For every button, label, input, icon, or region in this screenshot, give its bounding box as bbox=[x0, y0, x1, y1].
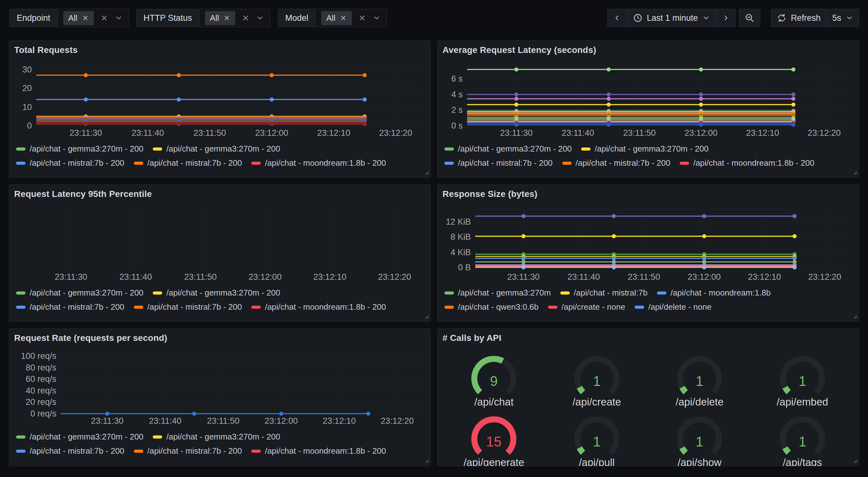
clock-icon bbox=[633, 13, 643, 23]
panel-title[interactable]: Response Size (bytes) bbox=[442, 189, 854, 199]
gauge-label: /api/chat bbox=[474, 396, 514, 408]
filter-endpoint-chip[interactable]: All bbox=[63, 11, 94, 25]
legend-item[interactable]: /api/chat - mistral:7b - 200 bbox=[134, 446, 242, 456]
legend-item[interactable]: /api/chat - moondream:1.8b bbox=[657, 288, 771, 298]
svg-text:23:11:50: 23:11:50 bbox=[193, 128, 226, 138]
chart-legend: /api/chat - gemma3:270m - 200/api/chat -… bbox=[14, 288, 426, 312]
svg-text:2 s: 2 s bbox=[451, 105, 463, 115]
svg-text:23:11:50: 23:11:50 bbox=[184, 272, 217, 282]
panel-title[interactable]: Request Rate (requests per second) bbox=[14, 333, 426, 343]
time-range-label: Last 1 minute bbox=[647, 13, 698, 23]
filter-http-status-chip[interactable]: All bbox=[205, 11, 236, 25]
chevron-down-icon[interactable] bbox=[115, 14, 123, 22]
legend-item[interactable]: /api/chat - gemma3:270m - 200 bbox=[153, 144, 280, 154]
legend-item[interactable]: /api/delete - none bbox=[634, 302, 711, 312]
panel-resize-handle-icon[interactable] bbox=[424, 170, 429, 176]
legend-item[interactable]: /api/chat - mistral:7b - 200 bbox=[134, 302, 242, 312]
average-request-latency-chart[interactable]: 23:11:3023:11:4023:11:5023:12:0023:12:10… bbox=[442, 60, 854, 140]
svg-text:23:11:30: 23:11:30 bbox=[500, 128, 533, 138]
refresh-icon bbox=[777, 13, 786, 23]
request-rate-chart[interactable]: 23:11:3023:11:4023:11:5023:12:0023:12:10… bbox=[14, 348, 426, 427]
clear-selection-icon[interactable] bbox=[242, 14, 250, 22]
request-latency-p95-chart[interactable]: 23:11:3023:11:4023:11:5023:12:0023:12:10… bbox=[14, 204, 426, 284]
legend-item[interactable]: /api/chat - gemma3:270m - 200 bbox=[16, 144, 143, 154]
filter-model-value[interactable]: All bbox=[316, 9, 386, 27]
time-shift-forward-button[interactable] bbox=[716, 9, 735, 27]
legend-item[interactable]: /api/chat - moondream:1.8b - 200 bbox=[251, 158, 386, 168]
legend-label: /api/chat - gemma3:270m - 200 bbox=[166, 144, 280, 154]
panel-resize-handle-icon[interactable] bbox=[852, 458, 857, 465]
clear-selection-icon[interactable] bbox=[358, 14, 366, 22]
legend-swatch bbox=[251, 161, 261, 165]
refresh-button[interactable]: Refresh bbox=[771, 9, 827, 27]
response-size-chart[interactable]: 23:11:3023:11:4023:11:5023:12:0023:12:10… bbox=[442, 204, 854, 284]
legend-swatch bbox=[16, 147, 26, 151]
chart-legend: /api/chat - gemma3:270m - 200/api/chat -… bbox=[14, 144, 426, 168]
legend-item[interactable]: /api/chat - mistral:7b bbox=[560, 288, 648, 298]
panel-average-request-latency: Average Request Latency (seconds) 23:11:… bbox=[437, 40, 859, 178]
panel-title[interactable]: Average Request Latency (seconds) bbox=[442, 45, 854, 55]
panel-resize-handle-icon[interactable] bbox=[852, 314, 857, 320]
legend-item[interactable]: /api/chat - gemma3:270m - 200 bbox=[16, 288, 143, 298]
gauge-label: /api/pull bbox=[579, 456, 615, 466]
svg-text:12 KiB: 12 KiB bbox=[446, 217, 471, 227]
filter-http-status: HTTP Status All bbox=[136, 9, 271, 27]
legend-item[interactable]: /api/chat - mistral:7b - 200 bbox=[16, 158, 124, 168]
gauge-arc: 1 bbox=[775, 353, 830, 396]
legend-label: /api/delete - none bbox=[648, 302, 711, 312]
svg-text:0: 0 bbox=[27, 121, 32, 130]
svg-text:30: 30 bbox=[22, 65, 32, 74]
svg-text:23:11:30: 23:11:30 bbox=[70, 128, 102, 138]
panel-resize-handle-icon[interactable] bbox=[424, 458, 429, 465]
legend-item[interactable]: /api/chat - mistral:7b - 200 bbox=[562, 158, 671, 168]
time-shift-back-button[interactable] bbox=[608, 9, 627, 27]
legend-label: /api/chat - gemma3:270m - 200 bbox=[30, 288, 143, 298]
panel-resize-handle-icon[interactable] bbox=[424, 314, 429, 320]
legend-swatch bbox=[16, 436, 26, 439]
time-picker-button[interactable]: Last 1 minute bbox=[627, 9, 716, 27]
legend-item[interactable]: /api/chat - gemma3:270m bbox=[444, 288, 551, 298]
legend-item[interactable]: /api/chat - moondream:1.8b - 200 bbox=[251, 302, 386, 312]
legend-item[interactable]: /api/chat - gemma3:270m - 200 bbox=[153, 288, 280, 298]
legend-item[interactable]: /api/chat - qwen3:0.6b bbox=[444, 302, 538, 312]
filter-endpoint-value[interactable]: All bbox=[58, 9, 128, 27]
legend-item[interactable]: /api/chat - gemma3:270m - 200 bbox=[16, 432, 143, 442]
legend-item[interactable]: /api/chat - moondream:1.8b - 200 bbox=[680, 158, 814, 168]
panel-total-requests: Total Requests 23:11:3023:11:4023:11:502… bbox=[9, 40, 431, 178]
legend-item[interactable]: /api/create - none bbox=[548, 302, 625, 312]
legend-item[interactable]: /api/chat - gemma3:270m - 200 bbox=[581, 144, 708, 154]
close-icon[interactable] bbox=[223, 14, 230, 22]
svg-text:23:12:20: 23:12:20 bbox=[381, 416, 414, 426]
chevron-down-icon[interactable] bbox=[373, 14, 381, 22]
legend-item[interactable]: /api/chat - mistral:7b - 200 bbox=[444, 158, 553, 168]
zoom-out-time-button[interactable] bbox=[739, 9, 760, 27]
panel-request-rate: Request Rate (requests per second) 23:11… bbox=[9, 328, 431, 466]
clear-selection-icon[interactable] bbox=[100, 14, 108, 22]
filter-model-chip[interactable]: All bbox=[321, 11, 352, 25]
panel-title[interactable]: Request Latency 95th Percentile bbox=[14, 189, 426, 199]
close-icon[interactable] bbox=[340, 14, 347, 22]
gauge-label: /api/create bbox=[572, 396, 621, 408]
legend-item[interactable]: /api/chat - mistral:7b - 200 bbox=[16, 302, 124, 312]
panel-title[interactable]: # Calls by API bbox=[442, 333, 854, 343]
legend-item[interactable]: /api/chat - gemma3:270m - 200 bbox=[153, 432, 280, 442]
legend-row: /api/chat - gemma3:270m - 200/api/chat -… bbox=[444, 144, 854, 154]
panel-resize-handle-icon[interactable] bbox=[852, 170, 857, 176]
chevron-down-icon[interactable] bbox=[256, 14, 264, 22]
svg-text:23:11:50: 23:11:50 bbox=[207, 416, 239, 426]
refresh-interval-button[interactable]: 5s bbox=[826, 9, 859, 27]
total-requests-chart[interactable]: 23:11:3023:11:4023:11:5023:12:0023:12:10… bbox=[14, 60, 426, 140]
panel-title[interactable]: Total Requests bbox=[14, 45, 426, 55]
close-icon[interactable] bbox=[82, 14, 89, 22]
svg-text:23:11:40: 23:11:40 bbox=[119, 272, 152, 282]
svg-text:23:11:40: 23:11:40 bbox=[567, 272, 600, 282]
svg-text:1: 1 bbox=[799, 374, 806, 389]
svg-text:9: 9 bbox=[490, 374, 498, 389]
gauge-label: /api/embed bbox=[777, 396, 828, 408]
legend-item[interactable]: /api/chat - moondream:1.8b - 200 bbox=[251, 446, 386, 456]
legend-item[interactable]: /api/chat - gemma3:270m - 200 bbox=[444, 144, 571, 154]
legend-item[interactable]: /api/chat - mistral:7b - 200 bbox=[134, 158, 242, 168]
filter-http-status-value[interactable]: All bbox=[199, 9, 270, 27]
legend-item[interactable]: /api/chat - mistral:7b - 200 bbox=[16, 446, 124, 456]
svg-text:23:11:40: 23:11:40 bbox=[562, 128, 594, 138]
